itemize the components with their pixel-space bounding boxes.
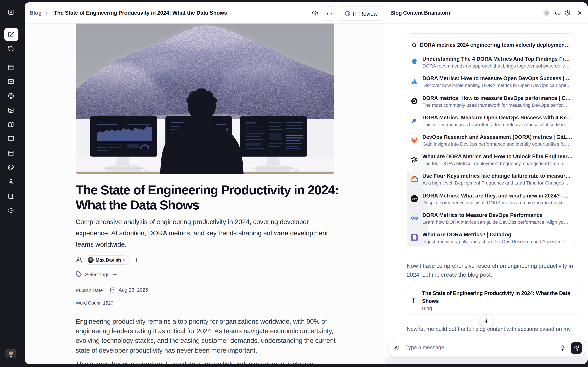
- svg-text:DEV: DEV: [412, 197, 417, 200]
